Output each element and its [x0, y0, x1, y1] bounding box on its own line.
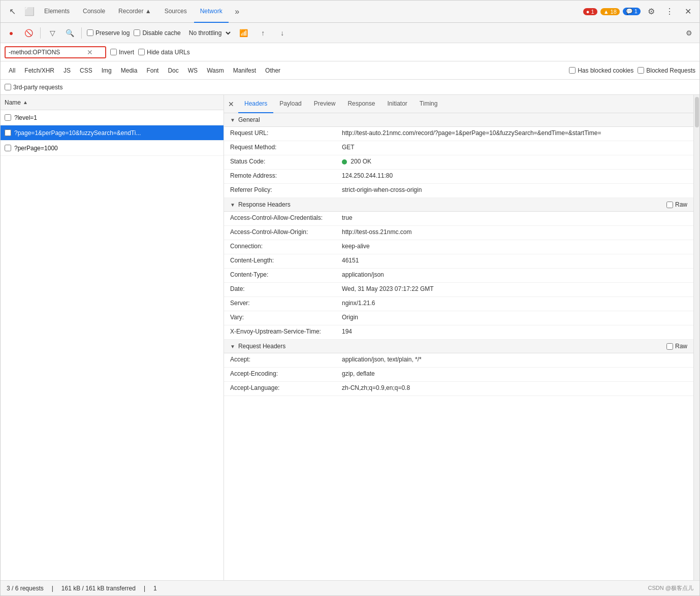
- request-raw-checkbox[interactable]: [666, 343, 673, 350]
- tab-elements[interactable]: Elements: [38, 1, 76, 23]
- tab-network[interactable]: Network: [194, 1, 229, 23]
- download-icon[interactable]: ↓: [275, 25, 290, 41]
- res-origin-row: Access-Control-Allow-Origin: http://test…: [224, 226, 693, 240]
- res-vary-key: Vary:: [230, 314, 342, 321]
- upload-icon[interactable]: ↑: [256, 25, 271, 41]
- filter-tab-wasm[interactable]: Wasm: [203, 65, 228, 76]
- res-credentials-key: Access-Control-Allow-Credentials:: [230, 214, 342, 221]
- search-icon[interactable]: 🔍: [63, 26, 76, 40]
- general-section: ▼ General Request URL: http://test-auto.…: [224, 113, 693, 198]
- right-scrollbar[interactable]: [693, 95, 699, 580]
- filter-tab-all[interactable]: All: [5, 65, 19, 76]
- filter-tab-js[interactable]: JS: [59, 65, 75, 76]
- detail-tab-headers[interactable]: Headers: [238, 95, 273, 113]
- res-vary-val: Origin: [342, 314, 687, 321]
- response-raw-checkbox[interactable]: [666, 202, 673, 208]
- cursor-icon[interactable]: ↖: [5, 4, 20, 19]
- third-party-label[interactable]: 3rd-party requests: [5, 84, 62, 91]
- filter-tab-css[interactable]: CSS: [76, 65, 97, 76]
- detail-close-icon[interactable]: ✕: [228, 100, 234, 108]
- filter-tab-manifest[interactable]: Manifest: [229, 65, 260, 76]
- res-content-type-val: application/json: [342, 271, 687, 278]
- wifi-icon[interactable]: 📶: [236, 25, 251, 41]
- request-headers-section-header[interactable]: ▼ Request Headers Raw: [224, 340, 693, 353]
- filter-clear-icon[interactable]: ✕: [87, 48, 93, 56]
- info-badge: 💬 1: [623, 8, 641, 15]
- preserve-log-label[interactable]: Preserve log: [87, 29, 130, 37]
- blocked-requests-label[interactable]: Blocked Requests: [638, 67, 695, 74]
- more-options-icon[interactable]: ⋮: [662, 4, 677, 19]
- request-headers-title: Request Headers: [238, 343, 285, 350]
- general-section-header[interactable]: ▼ General: [224, 113, 693, 127]
- watermark: CSDN @极客点儿: [648, 584, 693, 592]
- request-row-selected[interactable]: ?page=1&perPage=10&fuzzySearch=&endTi...: [1, 125, 224, 141]
- hide-data-urls-checkbox[interactable]: [138, 49, 145, 55]
- request-row[interactable]: ?level=1: [1, 110, 224, 125]
- tab-recorder[interactable]: Recorder ▲: [112, 1, 157, 23]
- clear-button[interactable]: 🚫: [22, 26, 35, 40]
- blocked-requests-checkbox[interactable]: [638, 67, 644, 74]
- more-tabs-icon[interactable]: »: [230, 4, 245, 19]
- filter-icon[interactable]: ▽: [46, 26, 59, 40]
- blocked-requests-text: Blocked Requests: [646, 67, 695, 74]
- detail-tab-initiator[interactable]: Initiator: [381, 95, 413, 113]
- status-transferred: 161 kB / 161 kB transferred: [61, 585, 136, 592]
- filter-input[interactable]: [9, 49, 85, 56]
- response-headers-section-header[interactable]: ▼ Response Headers Raw: [224, 198, 693, 212]
- col-name-label: Name: [5, 99, 21, 106]
- third-party-checkbox[interactable]: [5, 84, 11, 90]
- request-checkbox-3[interactable]: [5, 145, 11, 151]
- preserve-log-checkbox[interactable]: [87, 29, 93, 36]
- filter-tab-doc[interactable]: Doc: [164, 65, 182, 76]
- request-raw-label: Raw: [675, 343, 687, 350]
- filter-tab-fetch-xhr[interactable]: Fetch/XHR: [20, 65, 58, 76]
- sort-arrow-icon: ▲: [23, 100, 28, 105]
- invert-checkbox[interactable]: [110, 49, 117, 55]
- request-checkbox-2[interactable]: [5, 129, 11, 136]
- tab-console[interactable]: Console: [77, 1, 111, 23]
- req-accept-language-row: Accept-Language: zh-CN,zh;q=0.9,en;q=0.8: [224, 382, 693, 396]
- detail-tab-payload[interactable]: Payload: [273, 95, 307, 113]
- close-icon[interactable]: ✕: [680, 4, 695, 19]
- general-method-row: Request Method: GET: [224, 141, 693, 155]
- request-name-3: ?perPage=1000: [14, 145, 219, 152]
- record-button[interactable]: ●: [5, 26, 18, 40]
- device-icon[interactable]: ⬜: [22, 4, 37, 19]
- filter-tabs-bar: All Fetch/XHR JS CSS Img Media Font Doc …: [1, 61, 699, 80]
- general-title: General: [238, 116, 260, 123]
- detail-tab-preview[interactable]: Preview: [308, 95, 342, 113]
- general-referrer-val: strict-origin-when-cross-origin: [342, 186, 687, 193]
- has-blocked-cookies-label[interactable]: Has blocked cookies: [569, 67, 633, 74]
- detail-tab-timing[interactable]: Timing: [413, 95, 444, 113]
- general-remote-row: Remote Address: 124.250.244.11:80: [224, 170, 693, 184]
- has-blocked-cookies-checkbox[interactable]: [569, 67, 576, 74]
- request-name-1: ?level=1: [14, 114, 219, 121]
- filter-tab-other[interactable]: Other: [261, 65, 284, 76]
- request-row-3[interactable]: ?perPage=1000: [1, 141, 224, 156]
- disable-cache-checkbox[interactable]: [134, 29, 140, 36]
- scrollbar-thumb[interactable]: [695, 97, 699, 127]
- filter-tab-right: Has blocked cookies Blocked Requests: [569, 67, 695, 74]
- res-envoy-key: X-Envoy-Upstream-Service-Time:: [230, 328, 342, 335]
- request-checkbox-1[interactable]: [5, 114, 11, 121]
- req-accept-encoding-val: gzip, deflate: [342, 370, 687, 377]
- third-party-text: 3rd-party requests: [13, 84, 62, 91]
- filter-tab-font[interactable]: Font: [142, 65, 163, 76]
- request-headers-section: ▼ Request Headers Raw Accept: applicatio…: [224, 340, 693, 396]
- request-items: ?level=1 ?page=1&perPage=10&fuzzySearch=…: [1, 110, 224, 580]
- error-badge: ● 1: [583, 8, 597, 15]
- invert-label[interactable]: Invert: [110, 49, 134, 56]
- res-content-type-row: Content-Type: application/json: [224, 269, 693, 283]
- throttle-select[interactable]: No throttling: [185, 28, 232, 38]
- filter-tab-ws[interactable]: WS: [184, 65, 202, 76]
- hide-data-urls-label[interactable]: Hide data URLs: [138, 49, 190, 56]
- filter-tab-media[interactable]: Media: [117, 65, 142, 76]
- tab-sources[interactable]: Sources: [158, 1, 193, 23]
- general-url-val: http://test-auto.21nmc.com/record/?page=…: [342, 129, 687, 137]
- filter-tab-img[interactable]: Img: [98, 65, 116, 76]
- toolbar-settings-icon[interactable]: ⚙: [682, 26, 695, 40]
- settings-icon[interactable]: ⚙: [644, 4, 659, 19]
- req-raw-wrap: Raw: [666, 343, 687, 350]
- disable-cache-label[interactable]: Disable cache: [134, 29, 180, 37]
- detail-tab-response[interactable]: Response: [341, 95, 381, 113]
